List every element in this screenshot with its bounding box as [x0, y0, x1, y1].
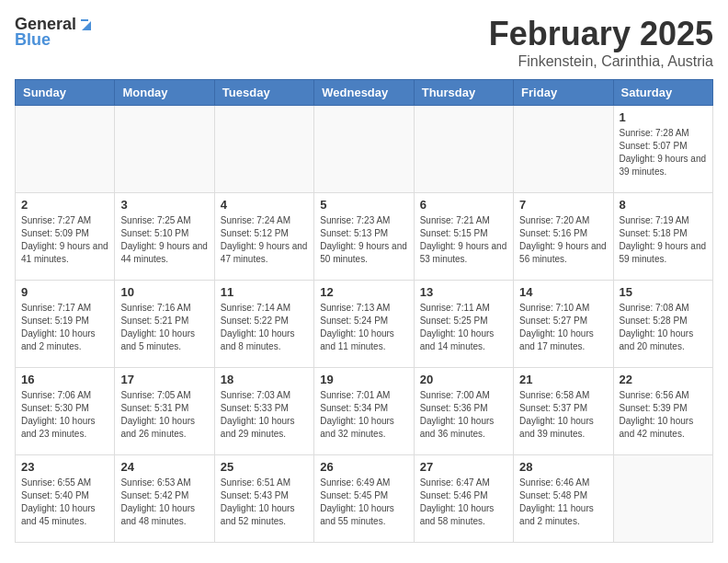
calendar-day-cell: 15Sunrise: 7:08 AM Sunset: 5:28 PM Dayli…: [613, 281, 712, 368]
calendar-day-cell: 3Sunrise: 7:25 AM Sunset: 5:10 PM Daylig…: [115, 193, 214, 281]
day-number: 9: [21, 285, 108, 299]
calendar-header-cell: Monday: [115, 80, 214, 106]
day-info: Sunrise: 7:17 AM Sunset: 5:19 PM Dayligh…: [21, 302, 108, 353]
day-info: Sunrise: 7:08 AM Sunset: 5:28 PM Dayligh…: [620, 302, 707, 353]
day-info: Sunrise: 7:03 AM Sunset: 5:33 PM Dayligh…: [221, 389, 308, 441]
calendar-day-cell: 10Sunrise: 7:16 AM Sunset: 5:21 PM Dayli…: [115, 281, 214, 368]
day-info: Sunrise: 6:53 AM Sunset: 5:42 PM Dayligh…: [120, 477, 208, 528]
calendar: SundayMondayTuesdayWednesdayThursdayFrid…: [15, 79, 713, 543]
logo-blue-text: Blue: [15, 30, 51, 50]
day-info: Sunrise: 6:58 AM Sunset: 5:37 PM Dayligh…: [519, 389, 607, 441]
day-number: 16: [21, 373, 108, 386]
day-number: 17: [120, 373, 208, 386]
calendar-week-row: 2Sunrise: 7:27 AM Sunset: 5:09 PM Daylig…: [16, 193, 713, 281]
day-info: Sunrise: 6:51 AM Sunset: 5:43 PM Dayligh…: [221, 477, 308, 528]
calendar-day-cell: 12Sunrise: 7:13 AM Sunset: 5:24 PM Dayli…: [314, 281, 414, 368]
day-info: Sunrise: 6:56 AM Sunset: 5:39 PM Dayligh…: [620, 389, 707, 441]
day-info: Sunrise: 7:13 AM Sunset: 5:24 PM Dayligh…: [320, 302, 407, 353]
calendar-day-cell: [115, 106, 214, 193]
day-number: 10: [120, 285, 208, 299]
day-info: Sunrise: 7:28 AM Sunset: 5:07 PM Dayligh…: [620, 127, 707, 178]
day-number: 19: [320, 373, 407, 386]
calendar-day-cell: 14Sunrise: 7:10 AM Sunset: 5:27 PM Dayli…: [514, 281, 613, 368]
day-info: Sunrise: 7:16 AM Sunset: 5:21 PM Dayligh…: [120, 302, 208, 353]
day-info: Sunrise: 7:19 AM Sunset: 5:18 PM Dayligh…: [620, 214, 707, 266]
day-info: Sunrise: 7:06 AM Sunset: 5:30 PM Dayligh…: [21, 389, 108, 441]
calendar-day-cell: 5Sunrise: 7:23 AM Sunset: 5:13 PM Daylig…: [314, 193, 414, 281]
day-number: 27: [420, 460, 507, 474]
calendar-day-cell: 23Sunrise: 6:55 AM Sunset: 5:40 PM Dayli…: [16, 455, 115, 543]
calendar-day-cell: 6Sunrise: 7:21 AM Sunset: 5:15 PM Daylig…: [414, 193, 513, 281]
day-number: 7: [519, 198, 607, 212]
calendar-day-cell: 1Sunrise: 7:28 AM Sunset: 5:07 PM Daylig…: [613, 106, 712, 193]
calendar-week-row: 23Sunrise: 6:55 AM Sunset: 5:40 PM Dayli…: [16, 455, 713, 543]
calendar-day-cell: 11Sunrise: 7:14 AM Sunset: 5:22 PM Dayli…: [214, 281, 313, 368]
calendar-day-cell: 2Sunrise: 7:27 AM Sunset: 5:09 PM Daylig…: [16, 193, 115, 281]
day-info: Sunrise: 6:55 AM Sunset: 5:40 PM Dayligh…: [21, 477, 108, 528]
day-info: Sunrise: 7:20 AM Sunset: 5:16 PM Dayligh…: [519, 214, 607, 266]
calendar-day-cell: [314, 106, 414, 193]
day-info: Sunrise: 7:14 AM Sunset: 5:22 PM Dayligh…: [221, 302, 308, 353]
title-area: February 2025 Finkenstein, Carinthia, Au…: [489, 15, 713, 70]
calendar-day-cell: 21Sunrise: 6:58 AM Sunset: 5:37 PM Dayli…: [514, 368, 613, 455]
calendar-header-cell: Friday: [514, 80, 613, 106]
day-number: 5: [320, 198, 407, 212]
calendar-header-cell: Tuesday: [214, 80, 313, 106]
calendar-day-cell: 4Sunrise: 7:24 AM Sunset: 5:12 PM Daylig…: [214, 193, 313, 281]
calendar-header-cell: Thursday: [414, 80, 513, 106]
calendar-day-cell: 20Sunrise: 7:00 AM Sunset: 5:36 PM Dayli…: [414, 368, 513, 455]
header: General Blue February 2025 Finkenstein, …: [15, 15, 713, 70]
day-number: 28: [519, 460, 607, 474]
calendar-day-cell: [514, 106, 613, 193]
svg-rect-1: [81, 19, 88, 21]
day-number: 25: [221, 460, 308, 474]
calendar-day-cell: 9Sunrise: 7:17 AM Sunset: 5:19 PM Daylig…: [16, 281, 115, 368]
day-number: 14: [519, 285, 607, 299]
calendar-header-cell: Sunday: [16, 80, 115, 106]
calendar-header-cell: Wednesday: [314, 80, 414, 106]
day-info: Sunrise: 6:46 AM Sunset: 5:48 PM Dayligh…: [519, 477, 607, 528]
day-info: Sunrise: 7:11 AM Sunset: 5:25 PM Dayligh…: [420, 302, 507, 353]
day-info: Sunrise: 6:47 AM Sunset: 5:46 PM Dayligh…: [420, 477, 507, 528]
day-number: 8: [620, 198, 707, 212]
day-number: 4: [221, 198, 308, 212]
calendar-day-cell: 27Sunrise: 6:47 AM Sunset: 5:46 PM Dayli…: [414, 455, 513, 543]
calendar-day-cell: 28Sunrise: 6:46 AM Sunset: 5:48 PM Dayli…: [514, 455, 613, 543]
day-number: 6: [420, 198, 507, 212]
day-number: 21: [519, 373, 607, 386]
calendar-week-row: 16Sunrise: 7:06 AM Sunset: 5:30 PM Dayli…: [16, 368, 713, 455]
calendar-day-cell: 17Sunrise: 7:05 AM Sunset: 5:31 PM Dayli…: [115, 368, 214, 455]
logo: General Blue: [15, 15, 95, 50]
day-number: 1: [620, 110, 707, 124]
calendar-day-cell: [16, 106, 115, 193]
day-number: 20: [420, 373, 507, 386]
day-info: Sunrise: 7:25 AM Sunset: 5:10 PM Dayligh…: [120, 214, 208, 266]
calendar-header-cell: Saturday: [613, 80, 712, 106]
day-info: Sunrise: 6:49 AM Sunset: 5:45 PM Dayligh…: [320, 477, 407, 528]
svg-marker-0: [82, 21, 91, 30]
calendar-day-cell: 7Sunrise: 7:20 AM Sunset: 5:16 PM Daylig…: [514, 193, 613, 281]
calendar-week-row: 9Sunrise: 7:17 AM Sunset: 5:19 PM Daylig…: [16, 281, 713, 368]
calendar-day-cell: 22Sunrise: 6:56 AM Sunset: 5:39 PM Dayli…: [613, 368, 712, 455]
calendar-body: 1Sunrise: 7:28 AM Sunset: 5:07 PM Daylig…: [16, 106, 713, 543]
day-number: 11: [221, 285, 308, 299]
calendar-day-cell: 24Sunrise: 6:53 AM Sunset: 5:42 PM Dayli…: [115, 455, 214, 543]
day-number: 2: [21, 198, 108, 212]
day-info: Sunrise: 7:23 AM Sunset: 5:13 PM Dayligh…: [320, 214, 407, 266]
subtitle: Finkenstein, Carinthia, Austria: [489, 53, 713, 70]
calendar-day-cell: [613, 455, 712, 543]
calendar-day-cell: 19Sunrise: 7:01 AM Sunset: 5:34 PM Dayli…: [314, 368, 414, 455]
day-number: 23: [21, 460, 108, 474]
calendar-day-cell: 26Sunrise: 6:49 AM Sunset: 5:45 PM Dayli…: [314, 455, 414, 543]
calendar-day-cell: 8Sunrise: 7:19 AM Sunset: 5:18 PM Daylig…: [613, 193, 712, 281]
day-number: 18: [221, 373, 308, 386]
day-number: 26: [320, 460, 407, 474]
calendar-day-cell: 13Sunrise: 7:11 AM Sunset: 5:25 PM Dayli…: [414, 281, 513, 368]
logo-icon: [78, 16, 95, 32]
calendar-day-cell: [214, 106, 313, 193]
calendar-day-cell: 25Sunrise: 6:51 AM Sunset: 5:43 PM Dayli…: [214, 455, 313, 543]
calendar-day-cell: 18Sunrise: 7:03 AM Sunset: 5:33 PM Dayli…: [214, 368, 313, 455]
day-number: 3: [120, 198, 208, 212]
day-number: 12: [320, 285, 407, 299]
day-info: Sunrise: 7:24 AM Sunset: 5:12 PM Dayligh…: [221, 214, 308, 266]
